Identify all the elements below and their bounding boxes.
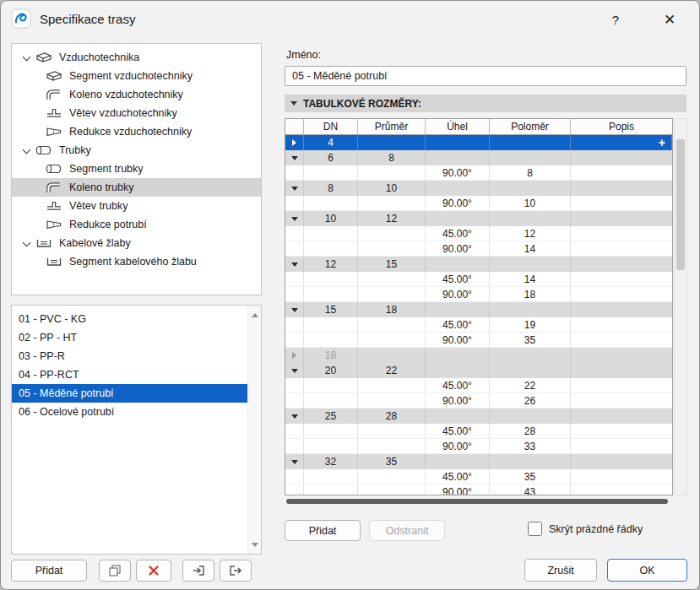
cell-polomer[interactable]: [490, 409, 571, 424]
table-row[interactable]: 90.00°8: [285, 165, 672, 181]
tree-item-redukce-potrubi[interactable]: Redukce potrubí: [12, 215, 261, 234]
cell-polomer[interactable]: 22: [490, 378, 571, 392]
list-scrollbar[interactable]: [247, 306, 261, 554]
cell-uhel[interactable]: [426, 409, 490, 424]
cell-prumer[interactable]: [358, 484, 426, 495]
list-item[interactable]: 04 - PP-RCT: [12, 365, 247, 384]
cell-dn[interactable]: [304, 317, 358, 332]
cell-popis[interactable]: [571, 135, 672, 150]
cell-prumer[interactable]: [358, 272, 426, 286]
tree-item-segment-trubky[interactable]: Segment trubky: [12, 160, 261, 178]
cell-uhel[interactable]: [426, 454, 490, 469]
name-input[interactable]: [285, 66, 686, 86]
cell-popis[interactable]: [571, 317, 672, 332]
duplicate-button[interactable]: [99, 560, 131, 582]
cell-polomer[interactable]: [490, 135, 571, 150]
cell-popis[interactable]: [571, 181, 672, 196]
cell-uhel[interactable]: 45.00°: [426, 424, 490, 438]
table-row[interactable]: 90.00°26: [285, 393, 672, 409]
cell-prumer[interactable]: [358, 226, 426, 241]
row-expanded-icon[interactable]: [291, 414, 298, 419]
cell-polomer[interactable]: 43: [490, 484, 571, 495]
cell-uhel[interactable]: 90.00°: [426, 165, 490, 180]
cell-polomer[interactable]: [490, 181, 571, 196]
cell-popis[interactable]: [571, 272, 672, 286]
cell-prumer[interactable]: [358, 241, 426, 256]
close-button[interactable]: ✕: [659, 8, 681, 30]
col-dn[interactable]: DN: [304, 119, 358, 134]
cell-prumer[interactable]: 12: [358, 211, 426, 226]
cell-popis[interactable]: [571, 257, 672, 272]
cell-uhel[interactable]: 45.00°: [426, 317, 490, 332]
cell-popis[interactable]: [571, 226, 672, 241]
table-row-group[interactable]: 68: [285, 150, 672, 165]
table-sizes-section-header[interactable]: TABULKOVÉ ROZMĚRY:: [285, 95, 686, 112]
cell-prumer[interactable]: [358, 348, 426, 363]
hide-empty-rows-checkbox[interactable]: [528, 522, 542, 536]
tree-item-redukce-vzduchotechniky[interactable]: Redukce vzduchotechniky: [12, 122, 261, 141]
import-button[interactable]: [182, 560, 214, 582]
list-item[interactable]: 01 - PVC - KG: [12, 310, 247, 328]
cell-prumer[interactable]: 15: [358, 257, 426, 272]
table-row[interactable]: 90.00°14: [285, 241, 672, 257]
cell-prumer[interactable]: 28: [358, 409, 426, 424]
cell-popis[interactable]: [571, 378, 672, 392]
cell-uhel[interactable]: 90.00°: [426, 393, 490, 408]
cell-uhel[interactable]: [426, 257, 490, 272]
tree-item-segment-vzduchotechniky[interactable]: Segment vzduchotechniky: [12, 67, 261, 85]
cell-dn[interactable]: 12: [304, 257, 358, 272]
cell-uhel[interactable]: [426, 211, 490, 226]
cell-popis[interactable]: [571, 241, 672, 256]
row-expanded-icon[interactable]: [291, 217, 298, 221]
cell-dn[interactable]: [304, 165, 358, 180]
cell-dn[interactable]: 4: [304, 135, 358, 150]
tree-item-trubky[interactable]: Trubky: [12, 141, 261, 160]
cell-polomer[interactable]: [490, 150, 571, 165]
cell-popis[interactable]: [571, 150, 672, 165]
cell-uhel[interactable]: 45.00°: [426, 378, 490, 392]
cell-polomer[interactable]: 14: [490, 272, 571, 286]
cell-dn[interactable]: 15: [304, 302, 358, 317]
cell-popis[interactable]: [571, 469, 672, 484]
cell-uhel[interactable]: [426, 363, 490, 378]
cell-dn[interactable]: [304, 287, 358, 301]
cell-polomer[interactable]: [490, 211, 571, 226]
table-row-group[interactable]: 3235: [285, 454, 672, 469]
cell-uhel[interactable]: 90.00°: [426, 287, 490, 301]
cell-prumer[interactable]: [358, 393, 426, 408]
table-row-group[interactable]: 1518: [285, 302, 672, 317]
cell-popis[interactable]: [571, 196, 672, 210]
delete-button[interactable]: [136, 560, 171, 582]
tree-item-koleno-vzduchotechniky[interactable]: Koleno vzduchotechniky: [12, 85, 261, 104]
cell-prumer[interactable]: [358, 165, 426, 180]
cell-polomer[interactable]: 14: [490, 241, 571, 256]
cell-popis[interactable]: [571, 454, 672, 469]
list-item-selected[interactable]: 05 - Měděné potrubí: [12, 384, 247, 403]
cell-prumer[interactable]: [358, 424, 426, 438]
cell-uhel[interactable]: [426, 181, 490, 196]
cell-dn[interactable]: [304, 439, 358, 453]
cell-dn[interactable]: [304, 241, 358, 256]
cell-prumer[interactable]: [358, 469, 426, 484]
cell-dn[interactable]: [304, 469, 358, 484]
cell-polomer[interactable]: 26: [490, 393, 571, 408]
tree-item-vzduchotechnika[interactable]: Vzduchotechnika: [12, 48, 261, 67]
add-row-plus-icon[interactable]: +: [659, 135, 665, 150]
scrollbar-thumb[interactable]: [286, 499, 668, 504]
cell-polomer[interactable]: 10: [490, 196, 571, 210]
table-row-group[interactable]: 810: [285, 181, 672, 196]
cell-dn[interactable]: [304, 378, 358, 392]
cell-popis[interactable]: [571, 333, 672, 347]
row-expanded-icon[interactable]: [291, 460, 298, 464]
cell-polomer[interactable]: [490, 302, 571, 317]
table-row[interactable]: 90.00°18: [285, 287, 672, 302]
cell-dn[interactable]: 10: [304, 211, 358, 226]
cell-dn[interactable]: [304, 333, 358, 347]
cell-uhel[interactable]: [426, 150, 490, 165]
tree-item-segment-kaboveho-zlabu[interactable]: Segment kabelového žlabu: [12, 252, 261, 271]
cell-dn[interactable]: 18: [304, 348, 358, 363]
col-prumer[interactable]: Průměr: [358, 119, 426, 134]
add-material-button[interactable]: Přidat: [11, 560, 87, 582]
table-row[interactable]: 90.00°33: [285, 439, 672, 454]
cell-polomer[interactable]: 19: [490, 317, 571, 332]
